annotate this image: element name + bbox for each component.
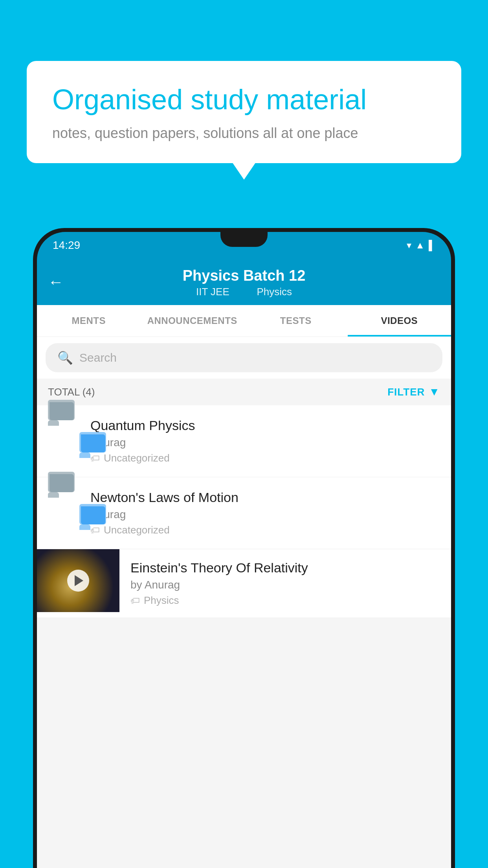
item-title: Einstein's Theory Of Relativity (130, 560, 440, 576)
header-subtitle: IIT JEE Physics (49, 286, 439, 298)
bubble-subtitle: notes, question papers, solutions all at… (52, 125, 436, 142)
tag-icon: 🏷 (90, 453, 100, 464)
notch (220, 232, 268, 247)
play-icon (75, 575, 83, 586)
tag-label: Uncategorized (104, 524, 170, 536)
item-author: Anurag (90, 436, 440, 449)
phone-frame: 14:29 ▾ ▲ ▌ ← Physics Batch 12 IIT JEE P… (33, 228, 455, 868)
speech-bubble: Organised study material notes, question… (27, 61, 461, 163)
filter-button[interactable]: FILTER ▼ (387, 386, 440, 398)
item-title: Quantum Physics (90, 418, 440, 433)
video-thumbnail (37, 549, 119, 612)
status-icons: ▾ ▲ ▌ (407, 240, 435, 251)
back-button[interactable]: ← (48, 273, 64, 291)
item-tag: 🏷 Uncategorized (90, 524, 440, 536)
filter-row: TOTAL (4) FILTER ▼ (37, 379, 451, 405)
item-tag: 🏷 Uncategorized (90, 452, 440, 464)
search-placeholder-text: Search (79, 351, 117, 364)
search-input-field[interactable]: 🔍 Search (46, 343, 442, 372)
search-bar-wrapper: 🔍 Search (37, 337, 451, 379)
tab-announcements[interactable]: ANNOUNCEMENTS (141, 305, 244, 337)
header-title: Physics Batch 12 (49, 267, 439, 284)
app-header: ← Physics Batch 12 IIT JEE Physics (37, 259, 451, 305)
tag-icon: 🏷 (130, 595, 140, 606)
filter-icon: ▼ (429, 386, 440, 398)
list-item[interactable]: Newton's Laws of Motion Anurag 🏷 Uncateg… (37, 477, 451, 549)
list-item[interactable]: Quantum Physics Anurag 🏷 Uncategorized (37, 405, 451, 477)
tag-label: Uncategorized (104, 452, 170, 464)
play-button[interactable] (67, 570, 89, 592)
item-author: Anurag (90, 508, 440, 521)
tag-label: Physics (144, 594, 179, 607)
status-bar: 14:29 ▾ ▲ ▌ (37, 232, 451, 259)
screen-content: 🔍 Search TOTAL (4) FILTER ▼ (37, 337, 451, 868)
tabs-bar: MENTS ANNOUNCEMENTS TESTS VIDEOS (37, 305, 451, 337)
video-list: Quantum Physics Anurag 🏷 Uncategorized (37, 405, 451, 618)
status-time: 14:29 (53, 239, 80, 252)
list-item[interactable]: Einstein's Theory Of Relativity by Anura… (37, 549, 451, 618)
item-title: Newton's Laws of Motion (90, 490, 440, 505)
filter-label: FILTER (387, 386, 425, 398)
folder-icon (48, 492, 79, 524)
item-details: Quantum Physics Anurag 🏷 Uncategorized (90, 418, 440, 464)
speech-bubble-container: Organised study material notes, question… (27, 61, 461, 163)
item-details: Einstein's Theory Of Relativity by Anura… (119, 549, 451, 618)
signal-icon: ▲ (415, 240, 425, 251)
total-count: TOTAL (4) (48, 386, 95, 398)
tag-icon: 🏷 (90, 525, 100, 536)
wifi-icon: ▾ (407, 240, 411, 251)
tab-tests[interactable]: TESTS (244, 305, 348, 337)
item-tag: 🏷 Physics (130, 594, 440, 607)
header-subtitle-left: IIT JEE (196, 286, 229, 298)
item-details: Newton's Laws of Motion Anurag 🏷 Uncateg… (90, 490, 440, 536)
search-icon: 🔍 (57, 350, 73, 365)
battery-icon: ▌ (429, 240, 435, 251)
bubble-title: Organised study material (52, 83, 436, 116)
tab-ments[interactable]: MENTS (37, 305, 141, 337)
header-subtitle-separator (242, 286, 247, 298)
phone-inner: 14:29 ▾ ▲ ▌ ← Physics Batch 12 IIT JEE P… (37, 232, 451, 868)
item-author: by Anurag (130, 579, 440, 591)
tab-videos[interactable]: VIDEOS (348, 305, 451, 337)
folder-icon (48, 420, 79, 452)
header-subtitle-right: Physics (257, 286, 292, 298)
